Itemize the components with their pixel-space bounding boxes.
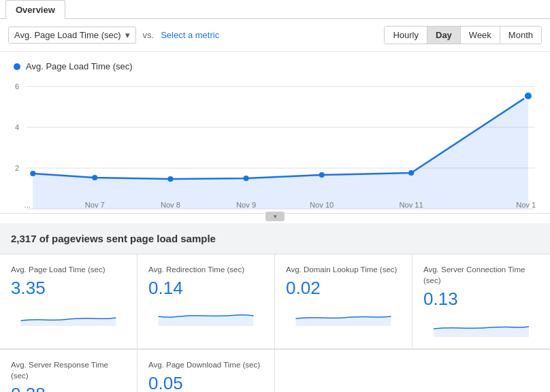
metrics-row-1: Avg. Page Load Time (sec) 3.35 Avg. Redi…	[0, 255, 550, 350]
summary-text: 2,317 of pageviews sent page load sample	[11, 233, 216, 244]
metric-cell-5: Avg. Page Download Time (sec) 0.05	[138, 350, 275, 392]
svg-text:Nov 10: Nov 10	[310, 201, 334, 209]
mini-chart-0	[11, 301, 126, 326]
svg-text:2: 2	[15, 164, 19, 172]
dropdown-arrow-icon: ▾	[125, 30, 130, 40]
svg-point-8	[92, 175, 97, 180]
time-btn-month[interactable]: Month	[500, 27, 541, 44]
metric-value-0: 3.35	[11, 278, 126, 299]
toolbar: Avg. Page Load Time (sec) ▾ vs. Select a…	[0, 19, 550, 52]
chart-legend: Avg. Page Load Time (sec)	[0, 59, 550, 77]
vs-label: vs.	[143, 30, 155, 40]
line-chart: 6 4 2 ... Nov 7 Nov 8 Nov 9	[14, 77, 536, 213]
svg-point-9	[167, 176, 173, 182]
metric-title-5: Avg. Page Download Time (sec)	[148, 359, 263, 370]
tab-bar: Overview	[0, 0, 550, 19]
time-btn-week[interactable]: Week	[461, 27, 500, 44]
metric-title-4: Avg. Server Response Time (sec)	[11, 359, 126, 381]
mini-chart-1	[148, 301, 263, 326]
time-btn-day[interactable]: Day	[427, 27, 461, 44]
metric-cell-3: Avg. Server Connection Time (sec) 0.13	[413, 255, 550, 349]
metric-title-0: Avg. Page Load Time (sec)	[11, 264, 126, 275]
svg-text:Nov 12: Nov 12	[516, 201, 536, 209]
svg-text:6: 6	[15, 82, 19, 91]
svg-point-11	[319, 172, 325, 178]
metric-value-3: 0.13	[423, 289, 539, 310]
chart-area: Avg. Page Load Time (sec) 6 4 2	[0, 52, 550, 214]
svg-point-13	[524, 92, 532, 100]
svg-text:Nov 8: Nov 8	[161, 201, 180, 209]
metric-value-2: 0.02	[286, 278, 401, 299]
svg-text:Nov 9: Nov 9	[236, 201, 256, 209]
time-btn-hourly[interactable]: Hourly	[385, 27, 427, 44]
metric-value-5: 0.05	[148, 373, 263, 392]
metric-cell-0: Avg. Page Load Time (sec) 3.35	[0, 255, 138, 349]
mini-chart-2	[286, 301, 401, 326]
metric-dropdown-label: Avg. Page Load Time (sec)	[14, 30, 121, 40]
svg-text:Nov 7: Nov 7	[85, 201, 105, 209]
metric-title-3: Avg. Server Connection Time (sec)	[423, 264, 539, 286]
metric-cell-6	[275, 350, 413, 392]
metric-dropdown[interactable]: Avg. Page Load Time (sec) ▾	[8, 27, 136, 44]
svg-point-12	[408, 170, 414, 176]
chart-legend-label: Avg. Page Load Time (sec)	[26, 61, 133, 71]
mini-chart-3	[423, 312, 539, 337]
select-metric-link[interactable]: Select a metric	[161, 30, 219, 40]
metric-cell-2: Avg. Domain Lookup Time (sec) 0.02	[275, 255, 413, 349]
metric-cell-4: Avg. Server Response Time (sec) 0.38	[0, 350, 138, 392]
metric-cell-1: Avg. Redirection Time (sec) 0.14	[138, 255, 275, 349]
svg-point-7	[30, 171, 35, 176]
chart-collapse-btn[interactable]: ▾	[265, 212, 285, 221]
tab-overview[interactable]: Overview	[5, 0, 65, 19]
metrics-row-2: Avg. Server Response Time (sec) 0.38 Avg…	[0, 350, 550, 392]
metric-title-2: Avg. Domain Lookup Time (sec)	[286, 264, 401, 275]
legend-dot-icon	[14, 63, 20, 70]
svg-point-10	[244, 176, 249, 181]
metric-value-4: 0.38	[11, 384, 126, 392]
time-buttons-group: Hourly Day Week Month	[384, 26, 542, 44]
metric-value-1: 0.14	[148, 278, 263, 299]
svg-text:4: 4	[15, 123, 19, 131]
metric-cell-7	[413, 350, 550, 392]
metric-title-1: Avg. Redirection Time (sec)	[148, 264, 263, 275]
svg-text:Nov 11: Nov 11	[399, 201, 423, 209]
svg-text:...: ...	[25, 201, 31, 209]
summary-bar: 2,317 of pageviews sent page load sample	[0, 223, 550, 255]
chart-container: 6 4 2 ... Nov 7 Nov 8 Nov 9	[14, 77, 536, 213]
